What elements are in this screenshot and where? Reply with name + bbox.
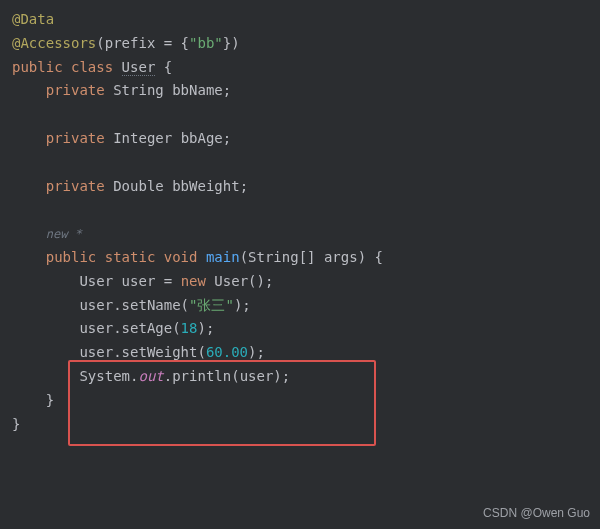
inline-hint: new *	[46, 227, 82, 241]
code-line: public class User {	[12, 56, 588, 80]
code-line: user.setAge(18);	[12, 317, 588, 341]
method-name: main	[206, 249, 240, 265]
code-line	[12, 103, 588, 127]
code-line	[12, 151, 588, 175]
code-line: new *	[12, 222, 588, 246]
code-line: private String bbName;	[12, 79, 588, 103]
code-line: private Integer bbAge;	[12, 127, 588, 151]
code-editor[interactable]: @Data @Accessors(prefix = {"bb"}) public…	[0, 0, 600, 444]
code-line: private Double bbWeight;	[12, 175, 588, 199]
class-name: User	[122, 59, 156, 76]
annotation: @Accessors	[12, 35, 96, 51]
code-line: user.setWeight(60.00);	[12, 341, 588, 365]
code-line: @Accessors(prefix = {"bb"})	[12, 32, 588, 56]
code-line: public static void main(String[] args) {	[12, 246, 588, 270]
code-line: System.out.println(user);	[12, 365, 588, 389]
annotation: @Data	[12, 11, 54, 27]
code-line: }	[12, 389, 588, 413]
code-line: User user = new User();	[12, 270, 588, 294]
watermark: CSDN @Owen Guo	[483, 503, 590, 523]
code-line: user.setName("张三");	[12, 294, 588, 318]
code-line: @Data	[12, 8, 588, 32]
code-line: }	[12, 413, 588, 437]
code-line	[12, 198, 588, 222]
